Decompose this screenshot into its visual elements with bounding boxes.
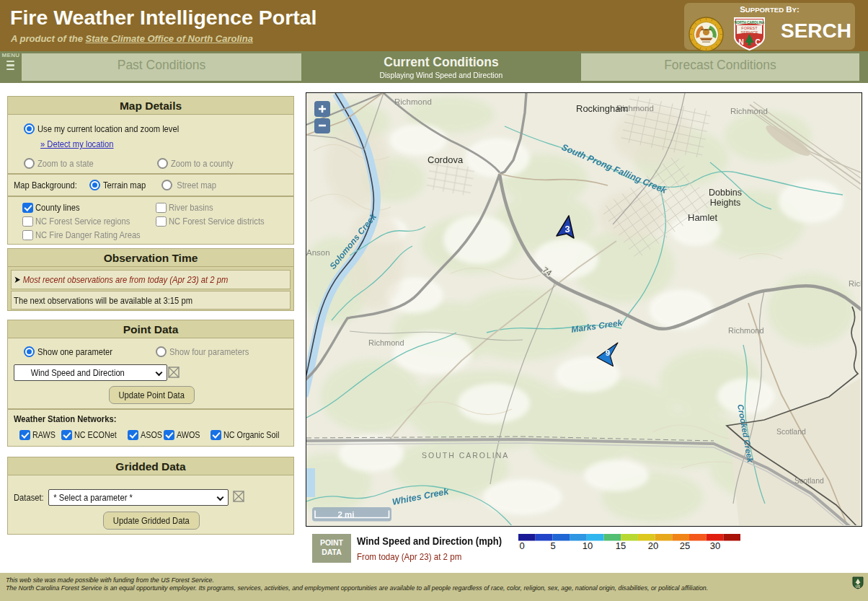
svg-text:0: 0 bbox=[519, 540, 524, 550]
svg-text:Rockingham: Rockingham bbox=[576, 103, 628, 114]
svg-text:Richmond: Richmond bbox=[730, 107, 768, 115]
svg-text:20: 20 bbox=[648, 540, 658, 550]
svg-text:5: 5 bbox=[550, 540, 555, 550]
svg-text:Hamlet: Hamlet bbox=[688, 212, 718, 223]
svg-text:Richmond: Richmond bbox=[849, 279, 861, 288]
svg-text:10: 10 bbox=[583, 540, 593, 550]
svg-text:15: 15 bbox=[616, 540, 626, 550]
svg-text:Richmond: Richmond bbox=[368, 338, 404, 347]
svg-text:25: 25 bbox=[680, 540, 690, 550]
svg-text:NORTH CAROLINA: NORTH CAROLINA bbox=[735, 21, 766, 25]
svg-text:SOUTH CAROLINA: SOUTH CAROLINA bbox=[422, 451, 509, 460]
svg-text:Scotland: Scotland bbox=[794, 476, 824, 485]
svg-text:Richmond: Richmond bbox=[394, 97, 432, 106]
svg-text:SERVICE: SERVICE bbox=[740, 30, 758, 35]
svg-text:3: 3 bbox=[564, 224, 570, 234]
svg-text:US: US bbox=[856, 585, 860, 589]
svg-text:30: 30 bbox=[710, 540, 720, 550]
svg-text:9: 9 bbox=[606, 348, 610, 357]
svg-text:2 mi: 2 mi bbox=[337, 510, 354, 519]
svg-text:Dobbins: Dobbins bbox=[709, 188, 742, 198]
svg-text:Anson: Anson bbox=[306, 248, 330, 257]
svg-text:Scotland: Scotland bbox=[776, 427, 806, 436]
svg-text:Cordova: Cordova bbox=[428, 154, 464, 165]
svg-text:C: C bbox=[755, 38, 760, 46]
svg-text:N: N bbox=[738, 38, 743, 46]
svg-text:Heights: Heights bbox=[710, 198, 740, 208]
svg-text:Richmond: Richmond bbox=[728, 326, 764, 335]
